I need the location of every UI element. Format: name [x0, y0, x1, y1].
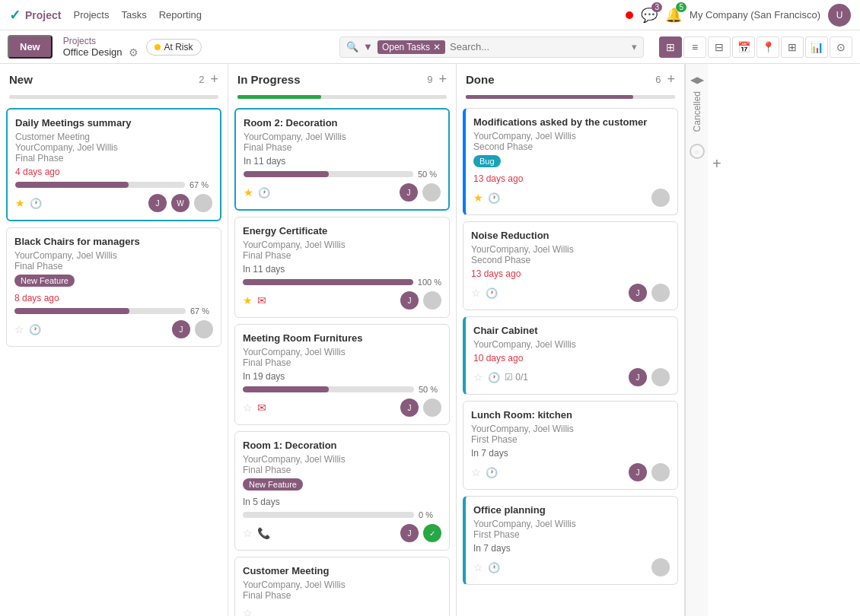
star-icon[interactable]: ☆: [471, 466, 481, 478]
card-meeting-room-furnitures[interactable]: Meeting Room Furnitures YourCompany, Joe…: [234, 324, 450, 425]
card-footer: ★ 🕐 J: [244, 183, 441, 202]
card-days: In 5 days: [243, 497, 441, 507]
card-title: Noise Reduction: [471, 230, 670, 241]
add-column-icon[interactable]: +: [712, 155, 721, 173]
view-kanban-btn[interactable]: ⊞: [659, 37, 682, 58]
column-in-progress: In Progress 9 + Room 2: Decoration YourC…: [228, 64, 457, 616]
avatar-1: J: [629, 368, 647, 386]
card-title: Room 1: Decoration: [243, 440, 441, 451]
view-chart-btn[interactable]: 📊: [805, 37, 828, 58]
card-footer-right: J W: [147, 194, 212, 212]
mail-icon: ✉: [257, 402, 266, 414]
nav-right: 💬 3 🔔 5 My Company (San Francisco) U: [626, 4, 851, 27]
view-list-btn[interactable]: ≡: [683, 37, 706, 58]
avatar-2: [651, 284, 670, 302]
column-done-add-icon[interactable]: +: [667, 71, 675, 87]
view-map-btn[interactable]: 📍: [756, 37, 779, 58]
search-input[interactable]: [450, 41, 627, 52]
expand-icon[interactable]: ◀▶: [690, 75, 704, 85]
column-new-title: New: [9, 73, 33, 86]
chat-badge[interactable]: 💬 3: [641, 7, 658, 24]
star-icon[interactable]: ★: [243, 294, 253, 306]
card-title: Office planning: [473, 504, 670, 516]
card-time: 8 days ago: [14, 293, 213, 303]
avatar-2: ✓: [423, 524, 441, 542]
card-title: Customer Meeting: [243, 565, 441, 576]
user-avatar[interactable]: U: [828, 4, 851, 27]
card-footer-left: ★ 🕐: [473, 192, 500, 204]
card-black-chairs[interactable]: Black Chairs for managers YourCompany, J…: [6, 227, 221, 347]
card-footer-right: J: [398, 183, 441, 202]
card-title: Black Chairs for managers: [14, 236, 213, 247]
card-time: 4 days ago: [15, 167, 212, 177]
search-dropdown-icon[interactable]: ▾: [632, 41, 637, 52]
logo-text: Project: [25, 9, 61, 21]
progress-bar-wrap: [14, 308, 186, 314]
view-calendar-btn[interactable]: 📅: [732, 37, 755, 58]
open-tasks-filter[interactable]: Open Tasks ✕: [377, 40, 445, 54]
view-settings-btn[interactable]: ⊙: [830, 37, 852, 58]
star-icon[interactable]: ☆: [243, 402, 253, 414]
card-days: In 11 days: [243, 264, 441, 275]
card-room1-decoration[interactable]: Room 1: Decoration YourCompany, Joel Wil…: [234, 431, 450, 551]
view-table-btn[interactable]: ⊞: [781, 37, 804, 58]
new-button[interactable]: New: [8, 35, 53, 59]
clock-icon: 🕐: [488, 562, 500, 573]
company-name: My Company (San Francisco): [690, 9, 820, 21]
card-footer-left: ☆ 🕐: [471, 287, 498, 299]
cancelled-panel: ◀▶ Cancelled ○: [685, 64, 708, 616]
star-icon[interactable]: ☆: [243, 607, 253, 616]
app-logo[interactable]: ✓ Project: [9, 7, 61, 24]
card-energy-certificate[interactable]: Energy Certificate YourCompany, Joel Wil…: [234, 217, 450, 318]
card-chair-cabinet[interactable]: Chair Cabinet YourCompany, Joel Willis 1…: [463, 316, 678, 395]
nav-link-reporting[interactable]: Reporting: [159, 9, 202, 21]
activity-badge[interactable]: 🔔 5: [665, 7, 682, 24]
progress-text: 67 %: [190, 180, 212, 189]
card-office-planning[interactable]: Office planning YourCompany, Joel Willis…: [463, 496, 678, 585]
card-progress: 0 %: [243, 510, 441, 519]
column-in-progress-count: 9: [427, 74, 432, 85]
column-done-cards: Modifications asked by the customer Your…: [457, 105, 684, 616]
nav-links: Projects Tasks Reporting: [73, 9, 202, 21]
card-customer-meeting[interactable]: Customer Meeting YourCompany, Joel Willi…: [234, 557, 450, 616]
card-footer-left: ☆ 🕐 ☑ 0/1: [473, 371, 528, 383]
column-in-progress-add-icon[interactable]: +: [438, 71, 447, 87]
star-icon[interactable]: ☆: [473, 371, 483, 383]
card-lunch-room[interactable]: Lunch Room: kitchen YourCompany, Joel Wi…: [463, 401, 678, 490]
avatar-2: [423, 291, 441, 310]
search-icon: 🔍: [346, 41, 358, 52]
card-room2-decoration[interactable]: Room 2: Decoration YourCompany, Joel Wil…: [234, 108, 450, 211]
progress-text: 100 %: [418, 278, 441, 287]
star-icon[interactable]: ★: [15, 197, 25, 209]
column-in-progress-title: In Progress: [237, 73, 301, 86]
star-icon[interactable]: ☆: [473, 561, 483, 573]
progress-bar-fill: [243, 279, 413, 285]
add-column-area: +: [708, 64, 738, 616]
nav-link-tasks[interactable]: Tasks: [121, 9, 146, 21]
progress-text: 50 %: [418, 170, 441, 179]
star-icon[interactable]: ★: [473, 192, 483, 204]
card-daily-meetings[interactable]: Daily Meetings summary Customer Meeting …: [6, 108, 221, 221]
column-new-add-icon[interactable]: +: [210, 71, 218, 87]
avatar-1: J: [148, 194, 167, 212]
star-icon[interactable]: ★: [244, 186, 253, 198]
cancelled-label[interactable]: Cancelled: [692, 85, 702, 138]
card-footer: ☆ 🕐 J: [471, 284, 670, 302]
filter-remove-icon[interactable]: ✕: [433, 42, 441, 52]
card-footer-right: [650, 558, 670, 576]
at-risk-badge[interactable]: At Risk: [146, 39, 202, 56]
nav-link-projects[interactable]: Projects: [73, 9, 109, 21]
card-footer-right: J: [399, 398, 441, 417]
star-icon[interactable]: ☆: [243, 527, 253, 539]
view-activity-btn[interactable]: ⊟: [708, 37, 731, 58]
star-icon[interactable]: ☆: [14, 323, 24, 335]
card-phase: Second Phase: [471, 255, 670, 265]
card-footer-right: J: [627, 284, 670, 302]
cancelled-dot: ○: [690, 144, 705, 159]
star-icon[interactable]: ☆: [471, 287, 481, 299]
card-company: YourCompany, Joel Willis: [473, 339, 670, 350]
card-noise-reduction[interactable]: Noise Reduction YourCompany, Joel Willis…: [463, 221, 678, 310]
column-new-cards: Daily Meetings summary Customer Meeting …: [0, 105, 228, 616]
settings-icon[interactable]: ⚙: [129, 46, 139, 59]
card-modifications[interactable]: Modifications asked by the customer Your…: [463, 108, 678, 215]
